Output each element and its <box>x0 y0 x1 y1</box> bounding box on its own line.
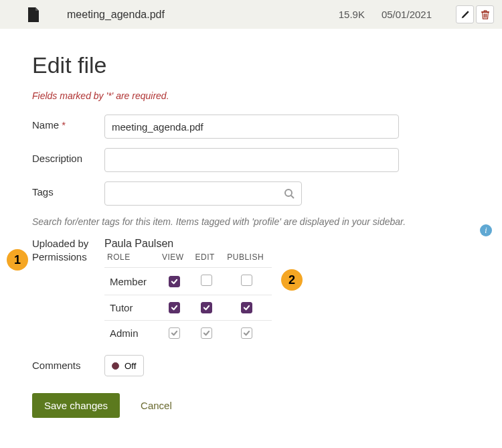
permissions-table: ROLE VIEW EDIT PUBLISH MemberTutorAdmin <box>104 251 272 346</box>
file-date: 05/01/2021 <box>382 9 432 20</box>
perm-role-cell: Admin <box>104 321 157 346</box>
perm-tutor-view-checkbox[interactable] <box>169 302 180 313</box>
tags-input[interactable] <box>104 181 302 206</box>
perm-member-view-checkbox[interactable] <box>169 276 180 287</box>
permissions-label: Permissions <box>32 251 104 263</box>
comments-label: Comments <box>32 355 104 371</box>
trash-icon <box>481 10 490 19</box>
cancel-button[interactable]: Cancel <box>137 399 176 412</box>
perm-admin-publish-checkbox <box>241 327 252 339</box>
perm-col-view: VIEW <box>157 251 191 268</box>
perm-role-cell: Tutor <box>104 295 157 321</box>
search-icon <box>284 188 295 199</box>
save-button[interactable]: Save changes <box>32 393 120 418</box>
perm-member-edit-checkbox[interactable] <box>201 275 212 286</box>
file-header: meeting_agenda.pdf 15.9K 05/01/2021 <box>0 0 502 29</box>
perm-col-role: ROLE <box>104 251 157 268</box>
pencil-icon <box>461 10 470 19</box>
required-asterisk: * <box>62 119 66 131</box>
uploaded-by-value: Paula Paulsen <box>104 238 173 250</box>
file-name: meeting_agenda.pdf <box>67 9 339 21</box>
permissions-row: Member <box>104 268 272 295</box>
edit-button[interactable] <box>456 5 474 23</box>
comments-value: Off <box>124 361 137 371</box>
uploaded-by-label: Uploaded by <box>32 238 104 249</box>
info-icon[interactable]: i <box>480 224 492 236</box>
tags-help-text: Search for/enter tags for this item. Ite… <box>32 216 470 227</box>
delete-button[interactable] <box>476 5 494 23</box>
page-title: Edit file <box>32 52 470 78</box>
perm-tutor-edit-checkbox[interactable] <box>201 302 212 313</box>
comments-toggle[interactable]: Off <box>104 355 144 376</box>
svg-text:i: i <box>485 226 487 235</box>
name-label: Name * <box>32 115 104 131</box>
name-input[interactable] <box>104 115 399 139</box>
annotation-badge-1: 1 <box>7 249 28 271</box>
perm-member-publish-checkbox[interactable] <box>241 275 252 286</box>
description-input[interactable] <box>104 148 399 172</box>
tags-label: Tags <box>32 181 104 198</box>
permissions-row: Tutor <box>104 295 272 321</box>
file-icon <box>27 7 40 22</box>
perm-col-edit: EDIT <box>191 251 222 268</box>
svg-line-1 <box>291 196 294 198</box>
perm-col-publish: PUBLISH <box>222 251 272 268</box>
file-size: 15.9K <box>339 9 365 20</box>
permissions-row: Admin <box>104 321 272 346</box>
annotation-badge-2: 2 <box>281 269 303 291</box>
description-label: Description <box>32 148 104 164</box>
perm-tutor-publish-checkbox[interactable] <box>241 302 252 313</box>
perm-admin-view-checkbox <box>169 327 180 339</box>
toggle-indicator-icon <box>112 362 119 370</box>
required-note: Fields marked by '*' are required. <box>32 90 470 101</box>
svg-point-0 <box>285 190 292 196</box>
perm-role-cell: Member <box>104 268 157 295</box>
perm-admin-edit-checkbox <box>201 327 212 339</box>
